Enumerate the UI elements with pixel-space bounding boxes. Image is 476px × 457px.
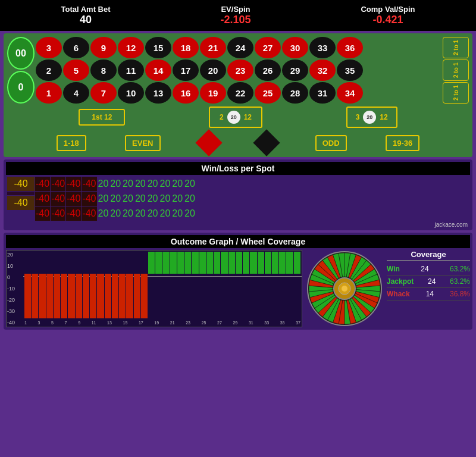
side-bet-bot[interactable]: 2 to 1 (443, 82, 469, 104)
wl-r2c9: 20 (147, 192, 159, 206)
odd-bet[interactable]: ODD (315, 135, 347, 151)
bar-6 (68, 252, 74, 318)
num-2[interactable]: 2 (36, 60, 62, 81)
num-27[interactable]: 27 (255, 37, 281, 58)
wl-r2c10: 20 (159, 192, 171, 206)
bar-12 (112, 252, 118, 318)
wl-r1c3: -40 (66, 177, 81, 191)
cov-jackpot-count: 24 (428, 277, 436, 286)
roulette-wheel-svg (306, 250, 383, 327)
bar-9 (90, 252, 96, 318)
num-35[interactable]: 35 (337, 60, 363, 81)
total-amt-bet-value: 40 (61, 14, 110, 26)
first-dozen[interactable]: 1st 12 (79, 109, 125, 126)
wl-r3c7: 20 (122, 206, 134, 221)
black-diamond[interactable] (253, 129, 280, 156)
bar-2 (39, 252, 45, 318)
cov-jackpot-row: Jackpot 24 63.2% (387, 276, 470, 288)
num-20[interactable]: 20 (200, 60, 226, 81)
second-dozen[interactable]: 2 20 12 (209, 107, 262, 128)
chart-x-labels: 1 3 5 7 9 11 13 15 17 19 21 23 25 27 29 … (23, 318, 302, 327)
bar-28 (228, 252, 235, 318)
num-31[interactable]: 31 (309, 82, 336, 104)
num-32[interactable]: 32 (309, 60, 336, 81)
zero-cell[interactable]: 0 (7, 71, 35, 104)
bar-0 (24, 252, 31, 318)
num-13[interactable]: 13 (145, 82, 171, 104)
wl-r2c2: -40 (51, 192, 65, 206)
wl-r3c8: 20 (134, 206, 146, 221)
num-12[interactable]: 12 (118, 37, 144, 58)
num-6[interactable]: 6 (63, 37, 89, 58)
high-bet[interactable]: 19-36 (386, 135, 419, 151)
header-bar: Total Amt Bet 40 EV/Spin -2.105 Comp Val… (0, 0, 476, 31)
ev-spin-col: EV/Spin -2.105 (220, 5, 250, 26)
grid-row-3: 1 4 7 10 13 16 19 22 25 28 31 34 (36, 82, 441, 104)
num-18[interactable]: 18 (173, 37, 199, 58)
num-5[interactable]: 5 (63, 60, 89, 81)
num-19[interactable]: 19 (200, 82, 226, 104)
wl-row-label-3: -40 (7, 196, 35, 210)
num-1[interactable]: 1 (36, 82, 62, 104)
bar-14 (126, 252, 133, 318)
num-15[interactable]: 15 (145, 37, 171, 58)
cov-whack-label: Whack (387, 290, 410, 298)
low-bet[interactable]: 1-18 (57, 135, 86, 151)
bar-16 (141, 252, 148, 318)
num-33[interactable]: 33 (309, 37, 336, 58)
num-16[interactable]: 16 (173, 82, 199, 104)
num-26[interactable]: 26 (255, 60, 281, 81)
wl-row-label-1: -40 (7, 177, 35, 191)
chip-third-dozen: 20 (363, 111, 376, 124)
num-23[interactable]: 23 (227, 60, 253, 81)
wl-r1c8: 20 (134, 177, 146, 191)
side-bet-top[interactable]: 2 to 1 (443, 37, 469, 58)
num-21[interactable]: 21 (200, 37, 226, 58)
num-7[interactable]: 7 (90, 82, 117, 104)
num-11[interactable]: 11 (118, 60, 144, 81)
num-10[interactable]: 10 (118, 82, 144, 104)
bar-32 (258, 252, 264, 318)
double-zero-cell[interactable]: 00 (7, 37, 35, 70)
wl-r3c10: 20 (159, 206, 171, 221)
num-4[interactable]: 4 (63, 82, 89, 104)
bar-35 (279, 252, 286, 318)
roulette-table: 00 0 3 6 9 12 15 18 21 24 27 30 33 36 2 (4, 33, 472, 157)
num-29[interactable]: 29 (282, 60, 308, 81)
num-24[interactable]: 24 (227, 37, 253, 58)
cov-win-pct: 63.2% (450, 265, 470, 273)
num-17[interactable]: 17 (173, 60, 199, 81)
num-8[interactable]: 8 (90, 60, 117, 81)
bar-36 (286, 252, 293, 318)
bar-27 (221, 252, 227, 318)
red-diamond[interactable] (195, 129, 222, 156)
num-9[interactable]: 9 (90, 37, 117, 58)
num-25[interactable]: 25 (255, 82, 281, 104)
num-30[interactable]: 30 (282, 37, 308, 58)
wl-r1c5: 20 (98, 177, 109, 191)
num-22[interactable]: 22 (227, 82, 253, 104)
bar-30 (243, 252, 249, 318)
side-bet-mid[interactable]: 2 to 1 (443, 60, 469, 81)
dozens-row: 1st 12 2 20 12 3 20 12 (7, 105, 469, 130)
comp-val-label: Comp Val/Spin (361, 5, 415, 14)
wl-r2c6: 20 (109, 192, 121, 206)
bar-17 (148, 252, 155, 318)
bar-33 (265, 252, 271, 318)
wl-r1c12: 20 (184, 177, 196, 191)
num-14[interactable]: 14 (145, 60, 171, 81)
num-28[interactable]: 28 (282, 82, 308, 104)
num-36[interactable]: 36 (337, 37, 363, 58)
wl-r1c9: 20 (147, 177, 159, 191)
wl-r2c3: -40 (66, 192, 81, 206)
wl-r3c12: 20 (184, 206, 196, 221)
wl-row-label-2 (7, 192, 35, 195)
chart-y-labels: 20 10 0 -10 -20 -30 -40 (7, 251, 23, 327)
even-bet[interactable]: EVEN (125, 135, 160, 151)
num-3[interactable]: 3 (36, 37, 62, 58)
third-dozen[interactable]: 3 20 12 (346, 107, 397, 128)
svg-point-3 (342, 286, 347, 292)
cov-win-count: 24 (421, 265, 428, 273)
num-34[interactable]: 34 (337, 82, 363, 104)
bar-20 (170, 252, 177, 318)
